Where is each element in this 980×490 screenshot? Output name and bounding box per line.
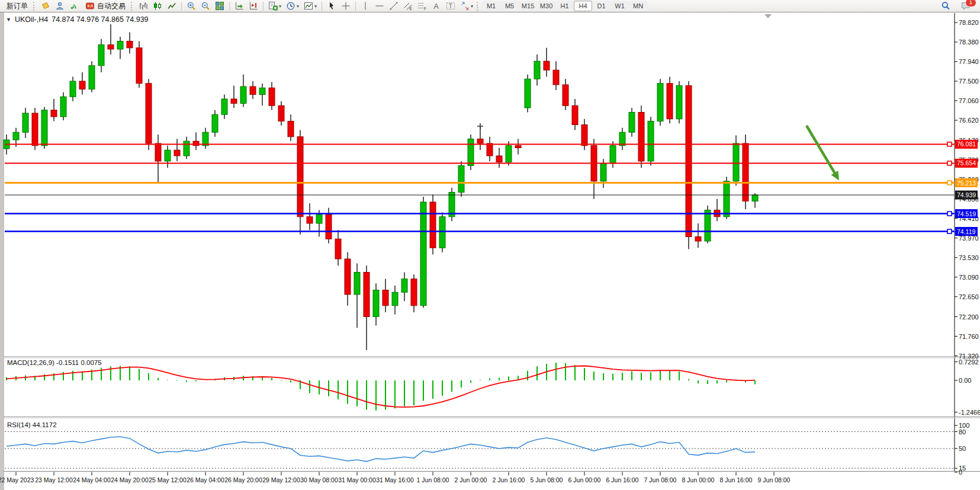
date-tick-label: 26 May 20:00 — [224, 476, 262, 483]
line-chart-button[interactable] — [165, 1, 179, 12]
line-anchor-handle[interactable] — [947, 212, 952, 216]
new-order-button[interactable]: 新订单 — [2, 1, 32, 12]
notifications-button[interactable]: 1 — [959, 1, 973, 12]
chart-shift-icon — [249, 1, 258, 11]
rsi-tick-label: 0 — [959, 469, 962, 476]
chart-title[interactable]: ▼ UKOil-,H4 74.874 74.976 74.865 74.939 — [6, 15, 149, 24]
line-anchor-handle[interactable] — [947, 229, 952, 233]
search-icon — [941, 1, 950, 11]
search-button[interactable] — [939, 1, 953, 12]
community-button[interactable] — [53, 1, 67, 12]
text-label-icon: T — [446, 1, 455, 11]
date-tick-label: 30 May 08:00 — [300, 476, 338, 483]
plus-marker[interactable] — [477, 123, 483, 129]
date-tick-label: 8 Jun 00:00 — [682, 476, 715, 483]
timeframe-mn-button[interactable]: MN — [629, 1, 647, 11]
chart-shift-marker[interactable] — [764, 14, 772, 18]
timeframe-h1-button[interactable]: H1 — [555, 1, 574, 11]
date-tick-label: 1 Jun 08:00 — [417, 476, 449, 483]
price-level-tag-label: 74.119 — [957, 228, 975, 235]
dropdown-caret-icon[interactable]: ▾ — [314, 4, 317, 9]
shapes-button[interactable]: ▾ — [458, 1, 475, 12]
price-tick-label: 72.200 — [959, 313, 979, 321]
date-axis[interactable]: 22 May 202323 May 12:0024 May 04:0024 Ma… — [0, 472, 791, 484]
tile-windows-button[interactable] — [213, 1, 227, 12]
templates-icon — [304, 1, 313, 11]
price-level-tag-label: 74.519 — [957, 210, 976, 217]
horizontal-line-icon — [375, 1, 384, 11]
macd-axis[interactable]: 0.72920.00-1.2466 — [955, 358, 980, 416]
line-anchor-handle[interactable] — [947, 181, 952, 185]
price-axis[interactable]: 78.82078.38077.94077.50077.06076.62076.1… — [955, 19, 979, 360]
date-tick-label: 31 May 16:00 — [376, 476, 414, 483]
fibonacci-button[interactable]: F — [415, 1, 429, 12]
text-button[interactable]: A — [429, 1, 444, 12]
news-button[interactable] — [38, 1, 53, 12]
symbol-period-label: UKOil-,H4 — [15, 15, 48, 24]
date-tick-label: 29 May 12:00 — [262, 476, 300, 483]
line-anchor-handle[interactable] — [947, 142, 952, 146]
vertical-line-button[interactable] — [358, 1, 372, 12]
toolbar-separator — [355, 2, 356, 11]
dropdown-caret-icon[interactable]: ▾ — [279, 4, 281, 9]
symbol-dropdown-icon[interactable]: ▼ — [6, 17, 11, 23]
line-anchor-handle[interactable] — [947, 161, 952, 165]
svg-text:A: A — [433, 2, 439, 11]
date-tick-label: 26 May 04:00 — [187, 476, 224, 483]
zoom-in-button[interactable] — [184, 1, 198, 12]
periods-icon — [286, 1, 295, 11]
equidistant-channel-button[interactable]: E — [401, 1, 415, 12]
date-tick-label: 6 Jun 00:00 — [568, 476, 601, 483]
signals-button[interactable] — [67, 1, 81, 12]
zoom-out-button[interactable] — [198, 1, 213, 12]
down-arrow-annotation[interactable] — [807, 126, 836, 175]
price-tick-label: 73.090 — [959, 274, 979, 281]
timeframe-m1-button[interactable]: M1 — [482, 1, 500, 11]
templates-button[interactable]: ▾ — [301, 1, 319, 12]
rsi-label[interactable]: RSI(14) 44.1172 — [7, 421, 57, 428]
periods-button[interactable]: ▾ — [284, 1, 301, 12]
dropdown-caret-icon[interactable]: ▾ — [471, 4, 473, 9]
date-tick-label: 22 May 2023 — [0, 476, 34, 483]
macd-tick-label: -1.2466 — [959, 409, 980, 416]
crosshair-button[interactable] — [339, 1, 353, 12]
date-tick-label: 2 Jun 16:00 — [493, 476, 525, 483]
indicators-button[interactable]: ▾ — [266, 1, 284, 12]
autotrading-icon — [85, 1, 95, 11]
chart-canvas[interactable]: 78.82078.38077.94077.50077.06076.62076.1… — [0, 0, 980, 490]
timeframe-w1-button[interactable]: W1 — [611, 1, 629, 11]
macd-tick-label: 0.00 — [959, 377, 971, 384]
timeframe-d1-button[interactable]: D1 — [592, 1, 611, 11]
macd-label[interactable]: MACD(12,26,9) -0.1511 0.0075 — [7, 359, 102, 366]
cursor-button[interactable] — [324, 1, 339, 12]
trendline-button[interactable] — [387, 1, 401, 12]
toolbar-separator — [181, 2, 182, 11]
chart-shift-button[interactable] — [246, 1, 261, 12]
toolbar-grip — [33, 2, 36, 11]
date-tick-label: 5 Jun 08:00 — [531, 476, 563, 483]
price-tick-label: 78.380 — [959, 39, 979, 46]
zoom-out-icon — [201, 1, 210, 11]
autotrading-button[interactable]: 自动交易 — [81, 1, 130, 12]
toolbar-separator — [263, 2, 264, 11]
price-tick-label: 73.530 — [959, 254, 979, 261]
toolbar-separator — [322, 2, 322, 11]
timeframe-h4-button[interactable]: H4 — [574, 1, 592, 11]
text-label-button[interactable]: T — [444, 1, 458, 12]
bar-chart-button[interactable] — [136, 1, 150, 12]
candlestick-chart-button[interactable] — [150, 1, 165, 12]
rsi-axis[interactable]: 1008050150 — [955, 422, 969, 476]
mt4-terminal: { "toolbar": { "new_order_label": "新订单",… — [0, 0, 980, 490]
dropdown-caret-icon[interactable]: ▾ — [297, 4, 299, 9]
timeframe-m30-button[interactable]: M30 — [537, 1, 555, 11]
timeframe-m15-button[interactable]: M15 — [519, 1, 537, 11]
date-tick-label: 25 May 12:00 — [149, 476, 187, 483]
notification-badge: 1 — [965, 0, 976, 7]
toolbar: 新订单 自动交易 ▾▾▾EFAT▾ M1M5M15M30H1H4D1W1MN 1 — [0, 0, 980, 12]
timeframe-m5-button[interactable]: M5 — [500, 1, 519, 11]
auto-scroll-button[interactable] — [232, 1, 246, 12]
indicators-icon — [268, 1, 278, 11]
horizontal-line-button[interactable] — [372, 1, 387, 12]
macd-tick-label: 0.7292 — [959, 358, 979, 366]
date-tick-label: 2 Jun 00:00 — [455, 476, 487, 483]
